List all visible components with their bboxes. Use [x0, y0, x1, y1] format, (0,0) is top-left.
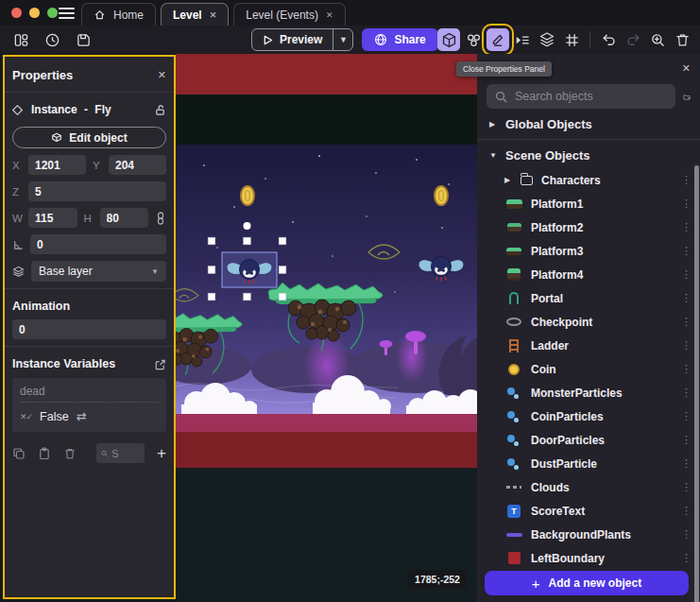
- object-item[interactable]: Portal ⋮: [477, 286, 700, 310]
- add-variable-button[interactable]: +: [157, 445, 166, 461]
- rotation-handle[interactable]: [244, 222, 251, 230]
- variable-name[interactable]: dead: [20, 385, 159, 403]
- close-properties-panel-button[interactable]: [487, 28, 509, 51]
- tab-level-events[interactable]: Level (Events) ✕: [233, 3, 345, 26]
- minimize-window-button[interactable]: [29, 8, 40, 18]
- object-item[interactable]: Platform1 ⋮: [477, 192, 700, 215]
- edit-object-button[interactable]: Edit object: [12, 127, 166, 148]
- lock-ratio-icon[interactable]: [155, 212, 166, 225]
- preview-dropdown-button[interactable]: ▼: [333, 29, 352, 50]
- width-input[interactable]: [28, 208, 77, 228]
- bottom-boundary-band[interactable]: [176, 432, 477, 468]
- share-button[interactable]: Share: [362, 28, 437, 51]
- object-item[interactable]: Checkpoint ⋮: [477, 310, 700, 334]
- variables-search[interactable]: [96, 443, 145, 463]
- zoom-in-button[interactable]: [646, 28, 669, 51]
- folder-characters[interactable]: ▶ Characters ⋮: [477, 168, 700, 192]
- coin-instance[interactable]: [241, 186, 254, 205]
- object-item[interactable]: ScoreText ⋮: [477, 499, 700, 523]
- variable-value: False: [40, 410, 69, 423]
- item-menu-icon[interactable]: ⋮: [681, 410, 691, 422]
- object-item[interactable]: Platform2 ⋮: [477, 215, 700, 239]
- object-item[interactable]: CoinParticles ⋮: [477, 404, 700, 428]
- layers-button[interactable]: [536, 28, 558, 51]
- delete-button[interactable]: [671, 28, 693, 51]
- object-item[interactable]: BackgroundPlants ⋮: [477, 523, 700, 546]
- tab-home[interactable]: Home: [81, 3, 156, 26]
- instances-list-button[interactable]: [511, 28, 534, 51]
- item-menu-icon[interactable]: ⋮: [681, 457, 691, 470]
- item-menu-icon[interactable]: ⋮: [681, 198, 691, 210]
- object-item[interactable]: Coin ⋮: [477, 357, 700, 381]
- item-menu-icon[interactable]: ⋮: [681, 316, 691, 328]
- object-item[interactable]: Platform3 ⋮: [477, 239, 700, 263]
- item-menu-icon[interactable]: ⋮: [681, 339, 691, 352]
- item-menu-icon[interactable]: ⋮: [681, 221, 691, 233]
- tab-level-events-close-icon[interactable]: ✕: [326, 10, 333, 20]
- scene-canvas[interactable]: 1785;-252: [176, 54, 477, 602]
- delete-variable-button[interactable]: [63, 447, 77, 460]
- tab-level-close-icon[interactable]: ✕: [210, 10, 217, 20]
- unlock-icon[interactable]: [154, 104, 166, 116]
- item-menu-icon[interactable]: ⋮: [681, 528, 691, 541]
- properties-close-icon[interactable]: ✕: [158, 69, 166, 81]
- save-button[interactable]: [72, 28, 94, 51]
- z-input[interactable]: [28, 181, 166, 201]
- add-new-object-button[interactable]: + Add a new object: [485, 571, 689, 595]
- add-folder-icon[interactable]: [683, 90, 691, 104]
- variables-search-input[interactable]: [111, 448, 140, 459]
- object-item[interactable]: DoorParticles ⋮: [477, 428, 700, 452]
- objects-search-input[interactable]: [515, 90, 667, 103]
- item-menu-icon[interactable]: ⋮: [681, 434, 691, 446]
- main-menu-icon[interactable]: [59, 8, 75, 19]
- objects-groups-button[interactable]: [462, 28, 485, 51]
- objects-close-icon[interactable]: ✕: [682, 62, 691, 75]
- toggle-3d-view-button[interactable]: [437, 28, 460, 51]
- item-menu-icon[interactable]: ⋮: [681, 481, 691, 493]
- group-global-objects[interactable]: ▶ Global Objects: [477, 112, 700, 137]
- panels-layout-icon: [13, 32, 29, 48]
- item-menu-icon[interactable]: ⋮: [681, 174, 691, 186]
- layer-select[interactable]: Base layer ▼: [31, 261, 166, 282]
- paste-button[interactable]: [38, 447, 51, 460]
- copy-button[interactable]: [12, 447, 26, 460]
- object-item[interactable]: DustParticle ⋮: [477, 452, 700, 475]
- maximize-window-button[interactable]: [47, 8, 58, 18]
- height-input[interactable]: [100, 208, 149, 228]
- animation-input[interactable]: [12, 319, 166, 339]
- grid-button[interactable]: [560, 28, 583, 51]
- preview-button[interactable]: Preview ▼: [251, 28, 353, 51]
- item-menu-icon[interactable]: ⋮: [681, 292, 691, 304]
- angle-input[interactable]: [30, 234, 166, 254]
- tab-level[interactable]: Level ✕: [161, 3, 229, 26]
- object-item[interactable]: LeftBoundary ⋮: [477, 546, 700, 570]
- x-input[interactable]: [28, 155, 86, 175]
- redo-button[interactable]: [622, 28, 644, 51]
- variable-value-row[interactable]: ✕✓ False ⇄: [20, 409, 159, 423]
- objects-search[interactable]: [487, 84, 675, 109]
- history-button[interactable]: [41, 28, 63, 51]
- close-window-button[interactable]: [11, 8, 22, 18]
- y-label: Y: [93, 160, 102, 171]
- undo-button[interactable]: [597, 28, 620, 51]
- group-scene-objects[interactable]: ▼ Scene Objects: [477, 143, 700, 168]
- item-menu-icon[interactable]: ⋮: [681, 552, 691, 564]
- object-item[interactable]: Ladder ⋮: [477, 334, 700, 357]
- item-menu-icon[interactable]: ⋮: [681, 268, 691, 281]
- open-external-icon[interactable]: [154, 358, 166, 370]
- top-boundary-band[interactable]: [176, 54, 477, 95]
- swap-value-icon[interactable]: ⇄: [77, 409, 87, 423]
- item-menu-icon[interactable]: ⋮: [681, 363, 691, 375]
- coin-instance[interactable]: [435, 186, 448, 205]
- objects-scrollbar[interactable]: [694, 163, 699, 602]
- scrollbar-thumb[interactable]: [694, 165, 699, 602]
- item-menu-icon[interactable]: ⋮: [681, 505, 691, 517]
- object-item[interactable]: Clouds ⋮: [477, 475, 700, 499]
- grid-icon: [564, 32, 580, 48]
- y-input[interactable]: [109, 155, 166, 175]
- panels-layout-button[interactable]: [9, 28, 32, 51]
- object-item[interactable]: Platform4 ⋮: [477, 263, 700, 286]
- object-item[interactable]: MonsterParticles ⋮: [477, 381, 700, 404]
- item-menu-icon[interactable]: ⋮: [681, 245, 691, 257]
- item-menu-icon[interactable]: ⋮: [681, 387, 691, 399]
